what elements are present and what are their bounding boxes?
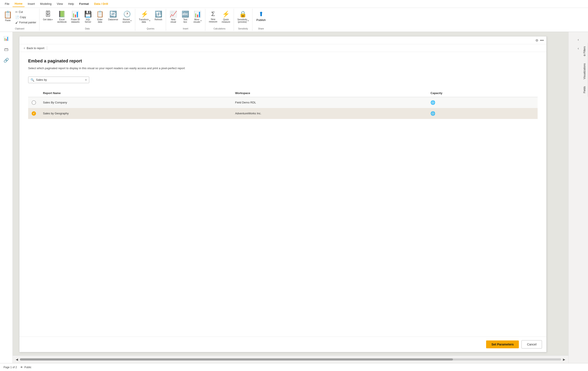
menu-home[interactable]: Home	[12, 1, 25, 7]
excel-button[interactable]: 📗 Excelworkbook	[55, 10, 68, 24]
cut-button[interactable]: ✂ Cut	[14, 10, 38, 14]
queries-label: Queries	[137, 27, 164, 31]
capacity-1: 🌐	[427, 97, 538, 108]
powerbi-button[interactable]: 📊 Power BIdatasets	[69, 10, 82, 24]
table-header-row: Report Name Workspace Capacity	[28, 89, 538, 97]
text-box-label: Textbox	[183, 18, 187, 23]
data-label: Data	[41, 27, 133, 31]
page-label: Page 1 of 2	[3, 366, 17, 369]
refresh-button[interactable]: 🔃 Refresh	[153, 10, 164, 21]
table-row[interactable]: Sales by Geography AdventureWorks Inc. 🌐	[28, 108, 538, 119]
more-visuals-button[interactable]: 📊 Morevisuals ▾	[192, 10, 204, 24]
new-visual-button[interactable]: 📈 Newvisual	[168, 10, 179, 24]
status-bar: Page 1 of 2 👁 Public	[0, 363, 588, 371]
radio-cell-2[interactable]	[28, 108, 40, 119]
refresh-icon: 🔃	[155, 11, 162, 18]
report-view-icon[interactable]: 📊	[2, 34, 11, 43]
menu-format[interactable]: Format	[77, 1, 91, 7]
th-capacity: Capacity	[427, 89, 538, 97]
tab-fields[interactable]: Fields	[581, 83, 588, 97]
copy-icon: 📄	[15, 15, 19, 19]
quick-measure-label: Quickmeasure	[222, 18, 230, 23]
recent-sources-button[interactable]: 🕐 Recentsources ▾	[121, 10, 133, 24]
ribbon: 📋 Paste ✂ Cut 📄 Copy 🖌 Format painter Cl…	[0, 8, 588, 32]
back-divider	[47, 46, 47, 50]
transform-data-button[interactable]: ⚡ Transformdata ▾	[137, 10, 152, 24]
menu-help[interactable]: Help	[66, 1, 76, 7]
model-view-icon[interactable]: 🔗	[2, 56, 11, 64]
collapse-nav-1[interactable]: ‹	[575, 36, 582, 44]
scroll-track[interactable]	[20, 358, 561, 360]
new-visual-label: Newvisual	[170, 18, 176, 23]
visibility-label: Public	[24, 366, 32, 369]
menu-view[interactable]: View	[54, 1, 65, 7]
set-parameters-button[interactable]: Set Parameters	[486, 340, 519, 348]
report-name-1: Sales By Company	[40, 97, 231, 108]
excel-icon: 📗	[58, 11, 66, 18]
capacity-2: 🌐	[427, 108, 538, 119]
more-visuals-icon: 📊	[194, 11, 201, 18]
excel-label: Excelworkbook	[57, 18, 67, 23]
eye-icon: 👁	[20, 366, 23, 369]
clipboard-right: ✂ Cut 📄 Copy 🖌 Format painter	[14, 10, 38, 25]
format-painter-button[interactable]: 🖌 Format painter	[14, 20, 38, 25]
radio-button-1[interactable]	[32, 100, 36, 105]
radio-cell-1[interactable]	[28, 97, 40, 108]
right-tabs: ⊜ Filters Visualizations Fields	[581, 43, 588, 97]
transform-icon: ⚡	[141, 11, 148, 18]
table-row[interactable]: Sales By Company Field Demo RDL 🌐	[28, 97, 538, 108]
powerbi-label: Power BIdatasets	[71, 18, 80, 23]
cancel-button[interactable]: Cancel	[521, 340, 542, 349]
capacity-icon-2: 🌐	[430, 111, 435, 116]
radio-button-2[interactable]	[32, 111, 36, 116]
sensitivity-button[interactable]: 🔒 Sensitivity(preview) ▾	[236, 10, 251, 24]
th-report-name: Report Name	[40, 89, 231, 97]
workspace-2: AdventureWorks Inc.	[231, 108, 427, 119]
copy-label: Copy	[20, 16, 26, 19]
new-measure-button[interactable]: Σ Newmeasure	[207, 10, 219, 24]
copy-button[interactable]: 📄 Copy	[14, 15, 38, 20]
menu-datadrill[interactable]: Data / Drill	[92, 1, 110, 7]
search-icon: 🔍	[31, 78, 34, 82]
publish-button[interactable]: ⬆ Publish	[254, 10, 268, 22]
sql-label: SQLServer	[85, 18, 91, 23]
ribbon-group-insert: 📈 Newvisual 🔤 Textbox 📊 Morevisuals ▾ In…	[166, 9, 206, 31]
menu-file[interactable]: File	[3, 1, 11, 7]
capacity-icon-1: 🌐	[430, 100, 435, 105]
calculations-content: Σ Newmeasure ⚡ Quickmeasure	[207, 9, 232, 27]
tab-visualizations[interactable]: Visualizations	[581, 60, 588, 83]
quick-measure-button[interactable]: ⚡ Quickmeasure	[220, 10, 232, 24]
insert-group-label: Insert	[168, 27, 204, 31]
share-label: Share	[254, 27, 268, 31]
search-input[interactable]	[36, 78, 83, 81]
sensitivity-label: Sensitivity(preview) ▾	[237, 18, 249, 23]
more-visuals-label: Morevisuals ▾	[194, 18, 202, 23]
get-data-button[interactable]: 🗄 Get data ▾	[41, 10, 54, 21]
filter-icon[interactable]: ⊜	[536, 38, 538, 42]
data-view-icon[interactable]: 🗃	[2, 45, 11, 54]
back-to-report[interactable]: ‹ Back to report	[20, 44, 546, 52]
dataverse-button[interactable]: 🔄 Dataverse	[106, 10, 120, 21]
text-box-button[interactable]: 🔤 Textbox	[180, 10, 191, 24]
scroll-right-arrow[interactable]: ▶	[562, 357, 566, 362]
modal-panel: ⊜ ••• ‹ Back to report Embed a paginated…	[19, 36, 546, 352]
tab-filters[interactable]: ⊜ Filters	[581, 43, 588, 60]
funnel-icon: ⊜	[583, 53, 586, 56]
enter-data-button[interactable]: 📋 Enterdata	[94, 10, 105, 24]
dataverse-icon: 🔄	[109, 11, 117, 18]
search-clear-icon[interactable]: ×	[85, 78, 87, 82]
more-options-icon[interactable]: •••	[540, 38, 544, 42]
modal-content: Embed a paginated report Select which pa…	[20, 52, 546, 337]
quick-measure-icon: ⚡	[222, 11, 230, 18]
app-body: 📊 🗃 🔗 ⊜ ••• ‹ Back to report Embed a pag…	[0, 32, 588, 363]
menu-insert[interactable]: Insert	[26, 1, 37, 7]
share-content: ⬆ Publish	[254, 9, 268, 27]
paste-button[interactable]: 📋 Paste	[2, 10, 14, 22]
filters-label: Filters	[583, 46, 586, 53]
scroll-left-arrow[interactable]: ◀	[15, 357, 19, 362]
menu-modeling[interactable]: Modeling	[38, 1, 54, 7]
clipboard-label: Clipboard	[2, 27, 38, 31]
search-box: 🔍 ×	[28, 77, 89, 83]
sql-button[interactable]: 💾 SQLServer	[83, 10, 94, 24]
scroll-thumb	[20, 358, 453, 360]
